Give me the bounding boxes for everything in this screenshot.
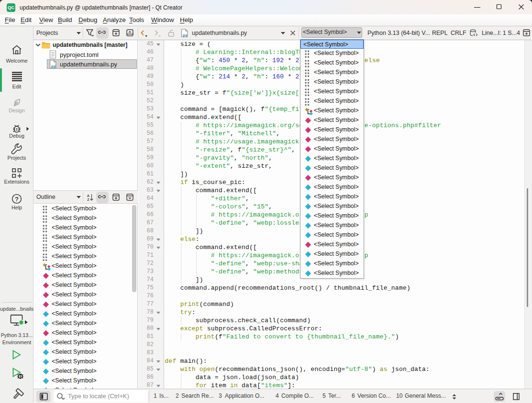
svg-text:Z: Z <box>87 197 89 201</box>
svg-text:?: ? <box>15 196 19 203</box>
svg-text:py: py <box>51 64 56 68</box>
svg-text:py: py <box>183 33 188 37</box>
